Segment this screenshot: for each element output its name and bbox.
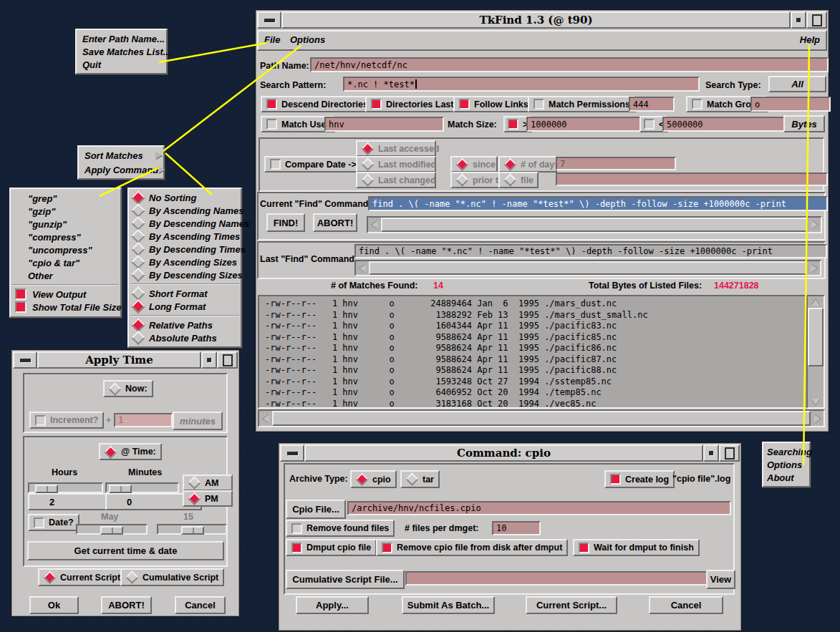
cancel-button[interactable]: Cancel	[649, 596, 723, 614]
apply-time-titlebar[interactable]: Apply Time	[13, 351, 238, 369]
increment-checkbox[interactable]: Increment?	[29, 412, 104, 429]
cpio-file-input[interactable]: /archive/hnv/ncfiles.cpio	[347, 501, 731, 515]
scroll-right-icon[interactable]	[811, 411, 824, 426]
current-command-field[interactable]: find . \( -name "*.nc" ! -name "*test*" …	[368, 196, 828, 211]
wait-for-dmput-checkbox[interactable]: Wait for dmput to finish	[573, 539, 700, 556]
menu-radio-asc-times[interactable]: By Ascending Times	[129, 230, 241, 243]
cpio-radio[interactable]: cpio	[350, 470, 397, 488]
current-script-radio[interactable]: Current Script	[38, 568, 126, 586]
cumulative-script-file-input[interactable]	[405, 571, 709, 585]
menu-radio-asc-sizes[interactable]: By Ascending Sizes	[129, 256, 241, 268]
find-button[interactable]: FIND!	[266, 213, 305, 232]
scrollbar-thumb[interactable]	[808, 308, 824, 366]
slider-thumb[interactable]	[35, 485, 58, 493]
now-radio[interactable]: Now:	[103, 380, 153, 397]
file-row[interactable]: -rw-r--r-- 1 hnv o 1593248 Oct 27 1994 .…	[265, 376, 809, 388]
maximize-icon[interactable]	[217, 351, 238, 369]
scrollbar-trough[interactable]	[808, 366, 824, 396]
menu-item-uncompress[interactable]: "uncompress"	[11, 243, 120, 256]
group-input[interactable]: o	[750, 97, 831, 112]
menu-item-apply-command[interactable]: Apply Command	[79, 162, 163, 177]
cumulative-script-file-button[interactable]: Cumulative Script File...	[286, 570, 405, 589]
tkfind-titlebar[interactable]: TkFind 1.3 (@ t90)	[257, 11, 827, 29]
since-radio[interactable]: since	[450, 156, 498, 172]
file-row[interactable]: -rw-r--r-- 1 hnv o 24889464 Jan 6 1995 .…	[265, 298, 809, 310]
current-script-button[interactable]: Current Script...	[526, 596, 617, 614]
menu-item-save-matches-list[interactable]: Save Matches List...	[77, 45, 166, 58]
menu-radio-relative-paths[interactable]: Relative Paths	[129, 319, 241, 331]
am-radio[interactable]: AM	[183, 475, 233, 491]
shade-icon[interactable]	[791, 11, 806, 29]
slider-thumb[interactable]	[109, 485, 132, 493]
scroll-down-icon[interactable]	[808, 396, 824, 407]
tar-radio[interactable]: tar	[400, 470, 440, 488]
size-units-button[interactable]: Bytes	[783, 115, 825, 132]
scrollbar-thumb[interactable]	[369, 261, 807, 275]
size-min-input[interactable]: 1000000	[526, 117, 642, 132]
size-max-input[interactable]: 5000000	[662, 117, 786, 132]
file-row[interactable]: -rw-r--r-- 1 hnv o 9588624 Apr 11 1995 .…	[265, 343, 809, 354]
menu-radio-asc-names[interactable]: By Ascending Names	[129, 204, 241, 217]
results-vscrollbar[interactable]	[806, 295, 825, 409]
menu-radio-desc-times[interactable]: By Descending Times	[129, 243, 241, 256]
minutes-slider[interactable]	[105, 482, 179, 493]
menu-file[interactable]: File	[264, 34, 280, 45]
slider-thumb[interactable]	[100, 526, 123, 535]
menu-radio-desc-sizes[interactable]: By Descending Sizes	[129, 268, 241, 281]
menu-radio-absolute-paths[interactable]: Absolute Paths	[129, 331, 241, 344]
menu-radio-desc-names[interactable]: By Descending Names	[129, 217, 241, 230]
menu-item-gunzip[interactable]: "gunzip"	[11, 218, 120, 230]
scrollbar-thumb[interactable]	[272, 411, 811, 426]
menu-item-cpio-tar[interactable]: "cpio & tar"	[11, 256, 120, 269]
create-log-checkbox[interactable]: Create log	[604, 470, 675, 488]
menu-item-options[interactable]: Options	[763, 458, 809, 471]
menu-item-sort-matches[interactable]: Sort Matches	[79, 148, 163, 162]
menu-item-searching[interactable]: Searching	[763, 445, 809, 458]
scroll-right-icon[interactable]	[807, 261, 820, 275]
scroll-left-icon[interactable]	[356, 261, 369, 275]
cpio-file-button[interactable]: Cpio File...	[286, 500, 346, 519]
slider-thumb[interactable]	[181, 526, 204, 535]
at-time-radio[interactable]: @ Time:	[99, 443, 162, 460]
file-row[interactable]: -rw-r--r-- 1 hnv o 1388292 Feb 13 1995 .…	[265, 310, 809, 321]
cancel-button[interactable]: Cancel	[175, 596, 226, 614]
file-row[interactable]: -rw-r--r-- 1 hnv o 1604344 Apr 11 1995 .…	[265, 321, 809, 332]
scrollbar-thumb[interactable]	[381, 218, 808, 232]
file-row[interactable]: -rw-r--r-- 1 hnv o 9588624 Apr 11 1995 .…	[265, 365, 809, 376]
menu-options[interactable]: Options	[290, 34, 325, 45]
search-type-button[interactable]: All	[768, 76, 826, 92]
last-modified-radio[interactable]: Last modified	[356, 156, 436, 172]
dmput-cpio-file-checkbox[interactable]: Dmput cpio file	[286, 539, 377, 556]
menu-toggle-view-output[interactable]: View Output	[11, 288, 120, 301]
scroll-up-icon[interactable]	[808, 296, 824, 308]
minimize-icon[interactable]	[13, 351, 37, 369]
compare-date-checkbox[interactable]: Compare Date ->	[264, 156, 362, 172]
minimize-icon[interactable]	[280, 444, 304, 462]
files-per-dmget-input[interactable]: 10	[492, 521, 541, 535]
last-changed-radio[interactable]: Last changed	[356, 172, 436, 188]
cumulative-script-radio[interactable]: Cumulative Script	[120, 568, 224, 586]
menu-radio-long-format[interactable]: Long Format	[129, 300, 241, 313]
permissions-input[interactable]: 444	[629, 97, 675, 112]
file-row[interactable]: -rw-r--r-- 1 hnv o 9588624 Apr 11 1995 .…	[265, 332, 809, 344]
file-row[interactable]: -rw-r--r-- 1 hnv o 6406952 Oct 20 1994 .…	[265, 387, 809, 399]
file-row[interactable]: -rw-r--r-- 1 hnv o 9588624 Apr 11 1995 .…	[265, 354, 809, 366]
results-hscrollbar[interactable]	[258, 409, 825, 427]
days-input[interactable]: 7	[556, 157, 676, 170]
file-row[interactable]: -rw-r--r-- 1 hnv o 3183168 Oct 20 1994 .…	[265, 399, 809, 409]
user-input[interactable]: hnv	[324, 117, 444, 132]
path-name-input[interactable]: /net/hnv/netcdf/nc	[310, 57, 829, 72]
ok-button[interactable]: Ok	[29, 596, 79, 614]
menu-item-about[interactable]: About	[763, 471, 809, 484]
menu-item-compress[interactable]: "compress"	[11, 230, 120, 243]
scroll-left-icon[interactable]	[259, 411, 272, 426]
maximize-icon[interactable]	[806, 11, 827, 29]
scroll-left-icon[interactable]	[368, 218, 381, 232]
shade-icon[interactable]	[201, 351, 217, 369]
directories-last-checkbox[interactable]: Directories Last	[365, 96, 459, 112]
menu-toggle-show-total-file-size[interactable]: Show Total File Size	[11, 301, 120, 313]
last-accessed-radio[interactable]: Last accessed	[356, 140, 436, 157]
compare-file-input[interactable]	[556, 172, 828, 186]
last-command-scrollbar[interactable]	[354, 260, 821, 276]
month-slider[interactable]	[76, 524, 148, 535]
